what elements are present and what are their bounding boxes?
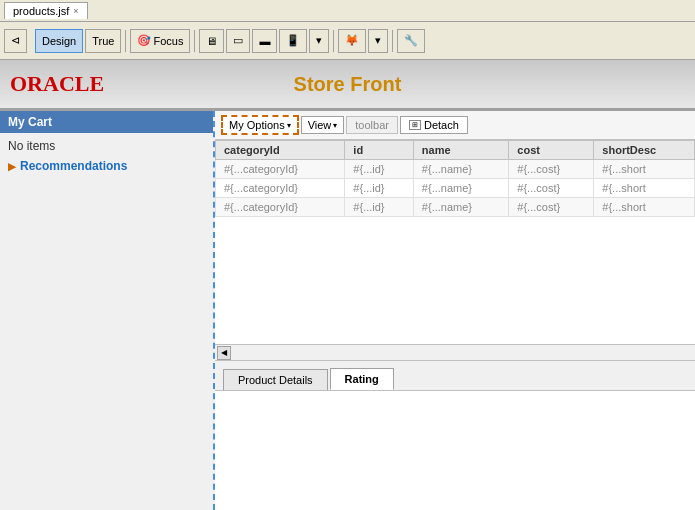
- table-cell: #{...name}: [413, 198, 508, 217]
- title-bar: products.jsf ×: [0, 0, 695, 22]
- mobile-icon: 📱: [286, 34, 300, 47]
- expand-arrow-icon: ▶: [8, 161, 16, 172]
- dropdown-arrow-icon: ▾: [316, 34, 322, 47]
- recommendations-item[interactable]: ▶ Recommendations: [8, 159, 205, 173]
- scroll-indicator: ◀: [215, 344, 695, 360]
- focus-label: Focus: [153, 35, 183, 47]
- table-cell: #{...categoryId}: [216, 198, 345, 217]
- separator2: [194, 30, 195, 52]
- col-header-shortdesc[interactable]: shortDesc: [594, 141, 695, 160]
- data-table-wrapper[interactable]: categoryId id name cost shortDesc #{...c…: [215, 140, 695, 344]
- table-row[interactable]: #{...categoryId}#{...id}#{...name}#{...c…: [216, 160, 695, 179]
- panel-icon: ▬: [259, 35, 270, 47]
- table-row[interactable]: #{...categoryId}#{...id}#{...name}#{...c…: [216, 179, 695, 198]
- view-label: View: [308, 119, 332, 131]
- detach-button[interactable]: ⊞ Detach: [400, 116, 468, 134]
- col-header-id[interactable]: id: [345, 141, 414, 160]
- detach-icon: ⊞: [409, 120, 421, 130]
- view-button[interactable]: View ▾: [301, 116, 345, 134]
- sidebar-content: No items ▶ Recommendations: [0, 133, 213, 179]
- tab-rating[interactable]: Rating: [330, 368, 394, 390]
- bottom-panel: [215, 390, 695, 510]
- table-cell: #{...cost}: [509, 160, 594, 179]
- table-cell: #{...short: [594, 160, 695, 179]
- true-label: True: [92, 35, 114, 47]
- table-cell: #{...id}: [345, 160, 414, 179]
- toolbar-icon-left[interactable]: ⊲: [4, 29, 27, 53]
- table-cell: #{...name}: [413, 160, 508, 179]
- nav-icon: ⊲: [11, 34, 20, 47]
- store-title: Store Front: [294, 73, 402, 96]
- col-header-name[interactable]: name: [413, 141, 508, 160]
- tab-label: products.jsf: [13, 5, 69, 17]
- firefox-button[interactable]: 🦊: [338, 29, 366, 53]
- dropdown2-button[interactable]: ▾: [368, 29, 388, 53]
- table-toolbar: My Options ▾ View ▾ toolbar ⊞ Detach: [215, 111, 695, 140]
- tab-product-details[interactable]: Product Details: [223, 369, 328, 390]
- store-header: ORACLE Store Front: [0, 60, 695, 110]
- dropdown-button[interactable]: ▾: [309, 29, 329, 53]
- table-cell: #{...short: [594, 198, 695, 217]
- monitor-icon: 🖥: [206, 35, 217, 47]
- separator3: [333, 30, 334, 52]
- sidebar: My Cart No items ▶ Recommendations: [0, 111, 215, 510]
- sidebar-title: My Cart: [0, 111, 213, 133]
- recommendations-label: Recommendations: [20, 159, 127, 173]
- window-icon: ▭: [233, 34, 243, 47]
- table-cell: #{...cost}: [509, 198, 594, 217]
- design-button[interactable]: Design: [35, 29, 83, 53]
- table-cell: #{...categoryId}: [216, 160, 345, 179]
- focus-button[interactable]: 🎯 Focus: [130, 29, 190, 53]
- content-area: My Options ▾ View ▾ toolbar ⊞ Detach cat…: [215, 111, 695, 510]
- table-cell: #{...id}: [345, 198, 414, 217]
- data-table: categoryId id name cost shortDesc #{...c…: [215, 140, 695, 217]
- separator4: [392, 30, 393, 52]
- bottom-tabs: Product Details Rating: [215, 360, 695, 390]
- table-cell: #{...id}: [345, 179, 414, 198]
- table-cell: #{...cost}: [509, 179, 594, 198]
- table-row[interactable]: #{...categoryId}#{...id}#{...name}#{...c…: [216, 198, 695, 217]
- settings-icon: 🔧: [404, 34, 418, 47]
- focus-icon: 🎯: [137, 34, 151, 47]
- panel-button[interactable]: ▬: [252, 29, 277, 53]
- view-dropdown-icon: ▾: [333, 121, 337, 130]
- col-header-categoryid[interactable]: categoryId: [216, 141, 345, 160]
- monitor-button[interactable]: 🖥: [199, 29, 224, 53]
- mobile-button[interactable]: 📱: [279, 29, 307, 53]
- main-layout: My Cart No items ▶ Recommendations My Op…: [0, 110, 695, 510]
- toolbar-placeholder: toolbar: [346, 116, 398, 134]
- table-cell: #{...categoryId}: [216, 179, 345, 198]
- table-cell: #{...short: [594, 179, 695, 198]
- options-label: My Options: [229, 119, 285, 131]
- true-button[interactable]: True: [85, 29, 121, 53]
- firefox-icon: 🦊: [345, 34, 359, 47]
- toolbar-bar: ⊲ Design True 🎯 Focus 🖥 ▭ ▬ 📱 ▾ 🦊 ▾ 🔧: [0, 22, 695, 60]
- window-button[interactable]: ▭: [226, 29, 250, 53]
- tab-close-button[interactable]: ×: [73, 6, 78, 16]
- design-label: Design: [42, 35, 76, 47]
- tab-products[interactable]: products.jsf ×: [4, 2, 88, 19]
- my-options-button[interactable]: My Options ▾: [221, 115, 299, 135]
- options-dropdown-icon: ▾: [287, 121, 291, 130]
- settings-button[interactable]: 🔧: [397, 29, 425, 53]
- col-header-cost[interactable]: cost: [509, 141, 594, 160]
- table-cell: #{...name}: [413, 179, 508, 198]
- detach-label: Detach: [424, 119, 459, 131]
- no-items-label: No items: [8, 139, 205, 153]
- oracle-logo: ORACLE: [10, 71, 104, 97]
- dropdown2-icon: ▾: [375, 34, 381, 47]
- separator: [125, 30, 126, 52]
- scroll-left-button[interactable]: ◀: [217, 346, 231, 360]
